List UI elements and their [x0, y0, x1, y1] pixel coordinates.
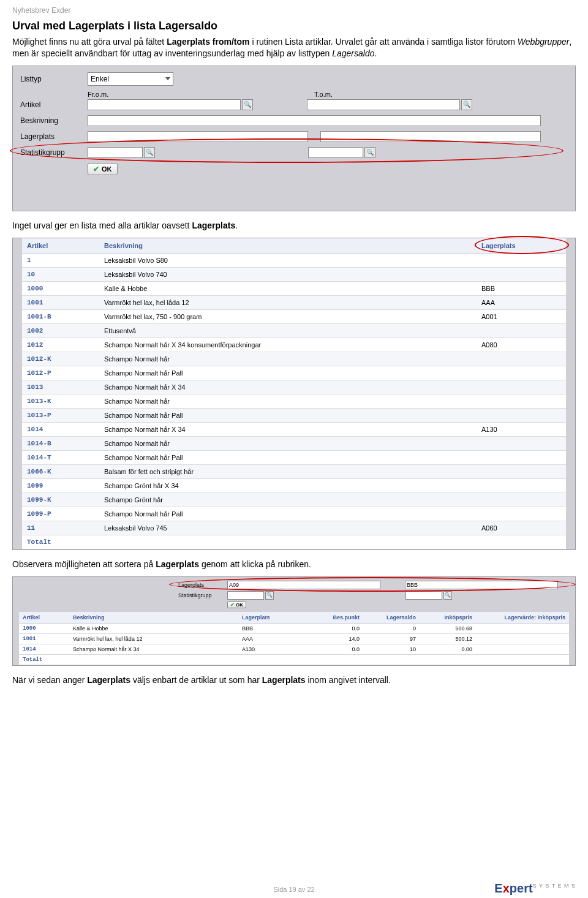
search-icon[interactable]: 🔍 — [144, 147, 155, 158]
cell-lagerplats — [477, 408, 566, 422]
search-icon[interactable]: 🔍 — [242, 99, 253, 110]
table-row: 1012-KSchampo Normalt hår — [22, 352, 566, 366]
table-row: 1099-KSchampo Grönt hår — [22, 492, 566, 507]
cell-inkopspris: 0.00 — [420, 644, 476, 654]
cell-artikel[interactable]: 1001 — [19, 633, 69, 644]
cell-artikel[interactable]: 1066-K — [22, 464, 99, 478]
col-lagerplats[interactable]: Lagerplats — [477, 238, 566, 254]
cell-artikel[interactable]: 1014-B — [22, 436, 99, 450]
cell-artikel[interactable]: 11 — [22, 521, 99, 535]
beskrivning-input[interactable] — [88, 115, 541, 126]
col-lagervarde[interactable]: Lagervärde: inköpspris — [476, 612, 569, 624]
col-lagersaldo[interactable]: Lagersaldo — [363, 612, 420, 624]
cell-lagerplats: A080 — [477, 338, 566, 352]
cell-inkopspris: 500.68 — [420, 623, 476, 633]
lagerplats-label: Lagerplats — [178, 582, 227, 588]
table-row: 1001Varmrökt hel lax, hel låda 12AAA — [22, 295, 566, 309]
cell-artikel[interactable]: 10 — [22, 267, 99, 281]
cell-beskrivning: Schampo Grönt hår X 34 — [99, 478, 477, 492]
col-artikel[interactable]: Artikel — [19, 612, 69, 624]
col-artikel[interactable]: Artikel — [22, 238, 99, 254]
filter-form: Listtyp Enkel Fr.o.m. T.o.m. Artikel 🔍 🔍… — [12, 66, 576, 211]
cell-artikel[interactable]: 1000 — [19, 623, 69, 633]
cell-beskrivning: Schampo Normalt hår X 34 — [99, 380, 477, 394]
statistikgrupp-label: Statistikgrupp — [20, 148, 88, 157]
search-icon[interactable]: 🔍 — [364, 147, 375, 158]
cell-lagervarde — [476, 623, 569, 633]
cell-artikel[interactable]: 1014 — [22, 422, 99, 436]
ok-button[interactable]: ✔ OK — [227, 602, 246, 608]
cell-lagerplats — [477, 352, 566, 366]
col-inkopspris[interactable]: Inköpspris — [420, 612, 476, 624]
table-row: 1014-BSchampo Normalt hår — [22, 436, 566, 450]
cell-artikel[interactable]: 1014 — [19, 644, 69, 654]
artikel-to-input[interactable] — [307, 99, 460, 110]
cell-artikel[interactable]: 1 — [22, 253, 99, 267]
lagerplats-to-input[interactable] — [320, 131, 541, 142]
cell-lagerplats — [477, 507, 566, 521]
artikel-from-input[interactable] — [88, 99, 241, 110]
table-row: 1013-PSchampo Normalt hår Pall — [22, 408, 566, 422]
table-row: 1012Schampo Normalt hår X 34 konsumentfö… — [22, 338, 566, 352]
cell-artikel[interactable]: 1099 — [22, 478, 99, 492]
col-beskrivning[interactable]: Beskrivning — [99, 238, 477, 254]
statistikgrupp-from-input[interactable] — [227, 591, 264, 600]
cell-beskrivning: Varmrökt hel lax, hel låda 12 — [69, 633, 238, 644]
cell-lagerplats: A130 — [477, 422, 566, 436]
col-beskrivning[interactable]: Beskrivning — [69, 612, 238, 624]
search-icon[interactable]: 🔍 — [461, 99, 472, 110]
cell-artikel[interactable]: 1012-K — [22, 352, 99, 366]
statistikgrupp-from-input[interactable] — [88, 147, 143, 158]
cell-beskrivning: Kalle & Hobbe — [99, 281, 477, 295]
col-bespunkt[interactable]: Bes.punkt — [307, 612, 363, 624]
lagerplats-from-input[interactable] — [227, 581, 380, 589]
table-row: 1014Schampo Normalt hår X 34A1300.0100.0… — [19, 644, 569, 654]
cell-artikel[interactable]: 1002 — [22, 323, 99, 338]
search-icon[interactable]: 🔍 — [443, 591, 452, 600]
cell-lagerplats: BBB — [477, 281, 566, 295]
cell-beskrivning: Schampo Normalt hår Pall — [99, 450, 477, 464]
cell-artikel[interactable]: 1012-P — [22, 366, 99, 380]
cell-artikel[interactable]: 1099-P — [22, 507, 99, 521]
cell-artikel[interactable]: 1099-K — [22, 492, 99, 507]
final-paragraph: När vi sedan anger Lagerplats väljs enba… — [12, 674, 576, 686]
cell-beskrivning: Leksaksbil Volvo 745 — [99, 521, 477, 535]
cell-lagerplats: A130 — [238, 644, 307, 654]
cell-beskrivning: Schampo Normalt hår — [99, 436, 477, 450]
cell-artikel[interactable]: 1013-P — [22, 408, 99, 422]
cell-artikel[interactable]: 1000 — [22, 281, 99, 295]
ok-button[interactable]: ✔ OK — [88, 163, 118, 175]
table-row: 1099Schampo Grönt hår X 34 — [22, 478, 566, 492]
cell-artikel[interactable]: 1014-T — [22, 450, 99, 464]
cell-beskrivning: Balsam för fett och stripigt hår — [99, 464, 477, 478]
to-label: T.o.m. — [314, 91, 333, 98]
search-icon[interactable]: 🔍 — [265, 591, 274, 600]
cell-beskrivning: Schampo Normalt hår — [99, 352, 477, 366]
table-row: 1Leksaksbil Volvo S80 — [22, 253, 566, 267]
cell-artikel[interactable]: 1012 — [22, 338, 99, 352]
statistikgrupp-to-input[interactable] — [308, 147, 363, 158]
table-row: 1013Schampo Normalt hår X 34 — [22, 380, 566, 394]
cell-bespunkt: 14.0 — [307, 633, 363, 644]
cell-artikel[interactable]: 1013-K — [22, 394, 99, 408]
cell-artikel[interactable]: 1001-B — [22, 309, 99, 323]
table-row: 1066-KBalsam för fett och stripigt hår — [22, 464, 566, 478]
cell-lagersaldo: 10 — [363, 644, 420, 654]
cell-lagerplats: A001 — [477, 309, 566, 323]
cell-artikel[interactable]: 1013 — [22, 380, 99, 394]
cell-beskrivning: Schampo Normalt hår Pall — [99, 408, 477, 422]
listtyp-select[interactable]: Enkel — [88, 72, 173, 86]
col-lagerplats[interactable]: Lagerplats — [238, 612, 307, 624]
cell-beskrivning: Schampo Normalt hår Pall — [99, 366, 477, 380]
statistikgrupp-to-input[interactable] — [405, 591, 442, 600]
cell-beskrivning: Schampo Normalt hår — [99, 394, 477, 408]
lagerplats-from-input[interactable] — [88, 131, 308, 142]
chevron-down-icon — [165, 77, 170, 80]
artikel-label: Artikel — [20, 100, 88, 109]
lagerplats-label: Lagerplats — [20, 132, 88, 141]
lagerplats-to-input[interactable] — [405, 581, 558, 589]
cell-lagerplats: AAA — [477, 295, 566, 309]
table-row: 1014Schampo Normalt hår X 34A130 — [22, 422, 566, 436]
cell-artikel[interactable]: 1001 — [22, 295, 99, 309]
table-row: 1014-TSchampo Normalt hår Pall — [22, 450, 566, 464]
